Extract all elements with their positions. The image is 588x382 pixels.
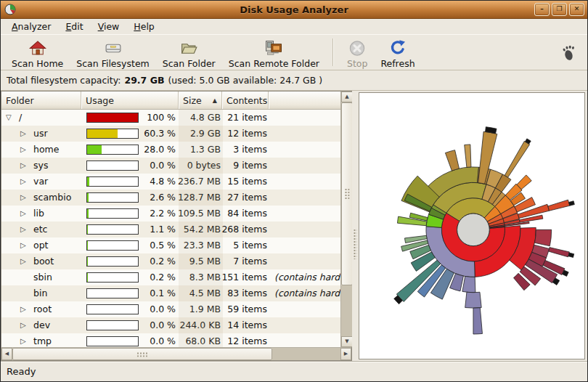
- folder-contents: 59 items: [219, 304, 267, 314]
- folder-size: 236.7 MB: [177, 176, 221, 187]
- usage-percent: 0.0 %: [131, 336, 176, 346]
- ring-segment[interactable]: [517, 175, 531, 190]
- ring-segment[interactable]: [568, 201, 574, 206]
- gnome-foot-icon: [560, 44, 577, 62]
- folder-size: 0 bytes: [177, 160, 221, 171]
- expander-closed-icon[interactable]: ▷: [20, 240, 26, 251]
- expander-closed-icon[interactable]: ▷: [20, 208, 26, 219]
- tree-header: Folder Usage Size ▲ Contents: [1, 92, 340, 110]
- table-row[interactable]: sbin0.2 %8.3 MB151 items(contains hardli…: [1, 269, 340, 285]
- expander-open-icon[interactable]: ▽: [6, 113, 12, 123]
- folder-name: sbin: [33, 272, 52, 283]
- ring-segment[interactable]: [548, 200, 570, 211]
- capacity-details: (used: 5.0 GB available: 24.7 GB ): [168, 75, 322, 86]
- pane-splitter[interactable]: [352, 91, 358, 361]
- refresh-button[interactable]: Refresh: [374, 36, 421, 70]
- menu-help[interactable]: Help: [127, 20, 161, 33]
- folder-contents: 83 items: [219, 288, 267, 298]
- ring-segment[interactable]: [549, 248, 570, 257]
- table-row[interactable]: ▷root0.0 %1.9 MB59 items: [1, 301, 340, 317]
- table-row[interactable]: ▷var4.8 %236.7 MB15 items: [1, 174, 340, 190]
- maximize-button[interactable]: ❐: [552, 3, 567, 16]
- expander-closed-icon[interactable]: ▷: [20, 160, 26, 171]
- titlebar: Disk Usage Analyzer – ❐ ✕: [1, 1, 587, 19]
- folder-size: 1.3 GB: [177, 144, 221, 155]
- usage-percent: 0.2 %: [131, 272, 176, 283]
- horizontal-scrollbar-trough[interactable]: [272, 348, 340, 360]
- scroll-left-icon[interactable]: ◀: [1, 348, 12, 360]
- table-row[interactable]: ▷boot0.2 %9.5 MB7 items: [1, 253, 340, 269]
- menu-edit[interactable]: Edit: [59, 20, 89, 33]
- table-row[interactable]: ▷dev0.0 %244.0 KB14 items: [1, 317, 340, 333]
- horizontal-scrollbar[interactable]: ◀ ▶: [1, 347, 351, 360]
- expander-closed-icon[interactable]: ▷: [20, 176, 26, 187]
- expander-closed-icon[interactable]: ▷: [20, 192, 26, 203]
- ring-segment[interactable]: [462, 276, 475, 292]
- expander-closed-icon[interactable]: ▷: [20, 256, 26, 267]
- ring-segment[interactable]: [465, 292, 482, 308]
- sort-ascending-icon: ▲: [213, 97, 217, 104]
- disk-usage-analyzer-window: Disk Usage Analyzer – ❐ ✕ Analyzer Edit …: [0, 0, 588, 382]
- toolbar-label: Scan Folder: [163, 58, 216, 69]
- ring-chart-svg[interactable]: [359, 93, 584, 359]
- refresh-icon: [388, 39, 407, 57]
- scan-remote-folder-button[interactable]: Scan Remote Folder: [222, 36, 326, 70]
- usage-percent: 0.0 %: [131, 320, 176, 330]
- toolbar-label: Stop: [347, 58, 367, 69]
- expander-closed-icon[interactable]: ▷: [20, 224, 26, 235]
- vertical-scrollbar-trough[interactable]: [341, 285, 353, 336]
- scroll-up-icon[interactable]: ▲: [341, 92, 353, 102]
- table-row[interactable]: ▷sys0.0 %0 bytes9 items: [1, 158, 340, 174]
- folder-contents: 15 items: [219, 176, 267, 187]
- menu-analyzer[interactable]: Analyzer: [5, 20, 57, 33]
- home-icon: [28, 39, 47, 57]
- vertical-scrollbar-thumb[interactable]: [341, 102, 353, 285]
- ring-segment[interactable]: [465, 145, 471, 167]
- scan-filesystem-button[interactable]: Scan Filesystem: [70, 36, 155, 70]
- scan-folder-button[interactable]: Scan Folder: [156, 36, 222, 70]
- folder-contents: 21 items: [219, 112, 267, 123]
- ring-segment[interactable]: [445, 150, 459, 171]
- table-row[interactable]: ▷etc1.1 %54.2 MB268 items: [1, 222, 340, 237]
- expander-closed-icon[interactable]: ▷: [20, 145, 26, 155]
- table-row[interactable]: ▷tmp0.0 %68.0 KB12 items: [1, 333, 340, 347]
- folder-size: 8.3 MB: [177, 272, 221, 283]
- scroll-down-icon[interactable]: ▼: [341, 336, 353, 347]
- ring-chart[interactable]: [359, 92, 585, 359]
- scroll-right-icon[interactable]: ▶: [340, 348, 351, 360]
- table-row[interactable]: ▷opt0.5 %23.3 MB5 items: [1, 237, 340, 253]
- ring-segment[interactable]: [568, 253, 574, 257]
- stop-button: Stop: [340, 36, 374, 70]
- column-header-contents[interactable]: Contents: [222, 92, 269, 109]
- column-header-usage[interactable]: Usage: [81, 92, 179, 109]
- minimize-button[interactable]: –: [534, 3, 550, 16]
- ring-segment[interactable]: [535, 229, 552, 245]
- table-row[interactable]: ▷lib2.2 %109.5 MB84 items: [1, 206, 340, 222]
- column-header-folder[interactable]: Folder: [1, 92, 81, 109]
- expander-closed-icon[interactable]: ▷: [20, 129, 26, 139]
- chart-pane: [358, 91, 587, 361]
- expander-closed-icon[interactable]: ▷: [20, 320, 26, 330]
- chart-center-root[interactable]: [457, 214, 490, 246]
- table-row[interactable]: ▷home28.0 %1.3 GB3 items: [1, 142, 340, 158]
- folder-name: home: [33, 144, 59, 155]
- scan-home-button[interactable]: Scan Home: [5, 36, 70, 70]
- folder-size: 54.2 MB: [177, 224, 221, 235]
- table-row[interactable]: bin0.1 %4.5 MB83 items(contains hardlink…: [1, 285, 340, 301]
- table-row[interactable]: ▷scambio2.6 %128.7 MB27 items: [1, 190, 340, 206]
- horizontal-scrollbar-thumb[interactable]: [12, 348, 272, 360]
- expander-closed-icon[interactable]: ▷: [20, 304, 26, 314]
- ring-segment[interactable]: [505, 141, 529, 177]
- close-button[interactable]: ✕: [569, 3, 584, 16]
- table-row[interactable]: ▷usr60.3 %2.9 GB12 items: [1, 126, 340, 142]
- vertical-scrollbar[interactable]: ▲ ▼: [340, 92, 353, 347]
- column-header-size[interactable]: Size ▲: [179, 92, 222, 109]
- ring-segment[interactable]: [473, 308, 483, 334]
- folder-size: 2.9 GB: [177, 128, 221, 139]
- expander-closed-icon[interactable]: ▷: [20, 336, 26, 346]
- menu-view[interactable]: View: [91, 20, 126, 33]
- app-icon: [4, 4, 16, 15]
- folder-contents: 9 items: [219, 160, 267, 171]
- table-row[interactable]: ▽/100 %4.8 GB21 items: [1, 110, 340, 126]
- status-text: Ready: [7, 366, 36, 377]
